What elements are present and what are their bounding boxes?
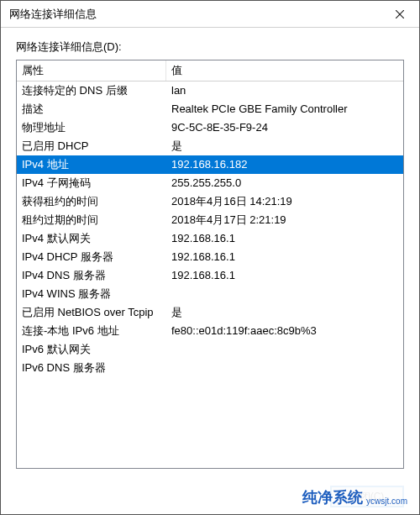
- network-details-window: 网络连接详细信息 网络连接详细信息(D): 属性 值 连接特定的 DNS 后缀l…: [0, 0, 420, 515]
- property-value: 255.255.255.0: [166, 174, 403, 192]
- content-area: 网络连接详细信息(D): 属性 值 连接特定的 DNS 后缀lan描述Realt…: [1, 28, 419, 476]
- property-value: 9C-5C-8E-35-F9-24: [166, 118, 403, 137]
- property-value: 是: [166, 137, 403, 155]
- window-title: 网络连接详细信息: [9, 7, 381, 22]
- property-value: [166, 359, 403, 377]
- close-icon: [396, 8, 404, 21]
- property-value: 2018年4月17日 2:21:19: [166, 211, 403, 229]
- table-row[interactable]: 描述Realtek PCIe GBE Family Controller: [17, 100, 403, 118]
- close-button[interactable]: [381, 1, 419, 28]
- property-label: IPv4 DHCP 服务器: [17, 248, 166, 266]
- property-label: IPv4 默认网关: [17, 229, 166, 248]
- table-row[interactable]: IPv6 默认网关: [17, 340, 403, 359]
- table-row[interactable]: 连接-本地 IPv6 地址fe80::e01d:119f:aaec:8c9b%3: [17, 322, 403, 340]
- property-value: 192.168.16.182: [166, 155, 403, 174]
- property-label: 已启用 DHCP: [17, 137, 166, 155]
- table-row[interactable]: IPv4 DNS 服务器192.168.16.1: [17, 266, 403, 285]
- section-label: 网络连接详细信息(D):: [16, 39, 404, 55]
- property-label: 已启用 NetBIOS over Tcpip: [17, 303, 166, 322]
- property-label: 租约过期的时间: [17, 211, 166, 229]
- property-value: lan: [166, 81, 403, 100]
- table-row[interactable]: 已启用 NetBIOS over Tcpip是: [17, 303, 403, 322]
- property-label: IPv4 WINS 服务器: [17, 285, 166, 303]
- column-value[interactable]: 值: [166, 60, 403, 81]
- property-label: IPv4 地址: [17, 155, 166, 174]
- property-value: 192.168.16.1: [166, 229, 403, 248]
- table-row[interactable]: IPv4 地址192.168.16.182: [17, 155, 403, 174]
- property-label: IPv4 DNS 服务器: [17, 266, 166, 285]
- property-label: 物理地址: [17, 118, 166, 137]
- table-row[interactable]: IPv4 子网掩码255.255.255.0: [17, 174, 403, 192]
- details-list: 属性 值 连接特定的 DNS 后缀lan描述Realtek PCIe GBE F…: [16, 60, 404, 469]
- property-value: [166, 285, 403, 303]
- table-row[interactable]: IPv4 WINS 服务器: [17, 285, 403, 303]
- property-label: IPv6 DNS 服务器: [17, 359, 166, 377]
- property-label: IPv6 默认网关: [17, 340, 166, 359]
- titlebar: 网络连接详细信息: [1, 1, 419, 28]
- property-value: 2018年4月16日 14:21:19: [166, 192, 403, 211]
- property-value: [166, 340, 403, 359]
- table-row[interactable]: 物理地址9C-5C-8E-35-F9-24: [17, 118, 403, 137]
- table-row[interactable]: 租约过期的时间2018年4月17日 2:21:19: [17, 211, 403, 229]
- table-row[interactable]: 已启用 DHCP是: [17, 137, 403, 155]
- property-label: 获得租约的时间: [17, 192, 166, 211]
- watermark-url: ycwsjt.com: [366, 497, 407, 506]
- watermark: 纯净系统 ycwsjt.com: [296, 486, 414, 509]
- property-value: fe80::e01d:119f:aaec:8c9b%3: [166, 322, 403, 340]
- property-label: 连接-本地 IPv6 地址: [17, 322, 166, 340]
- rows-container: 连接特定的 DNS 后缀lan描述Realtek PCIe GBE Family…: [17, 81, 403, 449]
- table-row[interactable]: IPv4 DHCP 服务器192.168.16.1: [17, 248, 403, 266]
- property-label: 连接特定的 DNS 后缀: [17, 81, 166, 100]
- table-row[interactable]: 获得租约的时间2018年4月16日 14:21:19: [17, 192, 403, 211]
- property-value: 192.168.16.1: [166, 248, 403, 266]
- table-row[interactable]: 连接特定的 DNS 后缀lan: [17, 81, 403, 100]
- property-label: IPv4 子网掩码: [17, 174, 166, 192]
- table-row[interactable]: IPv4 默认网关192.168.16.1: [17, 229, 403, 248]
- watermark-text: 纯净系统: [302, 487, 363, 507]
- property-label: 描述: [17, 100, 166, 118]
- property-value: 192.168.16.1: [166, 266, 403, 285]
- property-value: 是: [166, 303, 403, 322]
- property-value: Realtek PCIe GBE Family Controller: [166, 100, 403, 118]
- column-property[interactable]: 属性: [17, 60, 166, 81]
- list-header: 属性 值: [17, 60, 403, 81]
- table-row[interactable]: IPv6 DNS 服务器: [17, 359, 403, 377]
